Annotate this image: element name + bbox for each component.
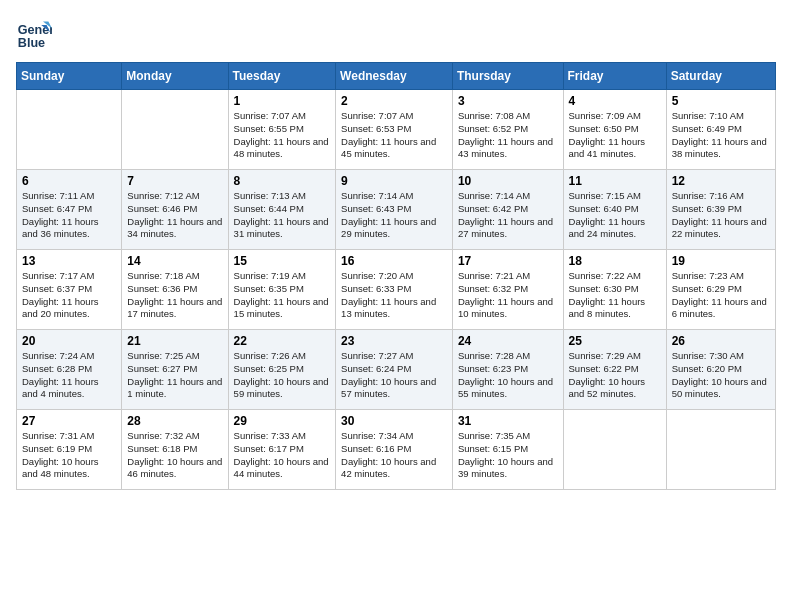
sunset: Sunset: 6:37 PM (22, 283, 92, 294)
cell-content: Sunrise: 7:34 AM Sunset: 6:16 PM Dayligh… (341, 430, 447, 481)
sunrise: Sunrise: 7:11 AM (22, 190, 94, 201)
sunset: Sunset: 6:18 PM (127, 443, 197, 454)
sunrise: Sunrise: 7:09 AM (569, 110, 641, 121)
day-header-wednesday: Wednesday (336, 63, 453, 90)
days-header-row: SundayMondayTuesdayWednesdayThursdayFrid… (17, 63, 776, 90)
calendar-cell: 25 Sunrise: 7:29 AM Sunset: 6:22 PM Dayl… (563, 330, 666, 410)
day-number: 3 (458, 94, 558, 108)
calendar-cell: 29 Sunrise: 7:33 AM Sunset: 6:17 PM Dayl… (228, 410, 336, 490)
calendar-cell: 26 Sunrise: 7:30 AM Sunset: 6:20 PM Dayl… (666, 330, 775, 410)
calendar-cell: 5 Sunrise: 7:10 AM Sunset: 6:49 PM Dayli… (666, 90, 775, 170)
sunset: Sunset: 6:15 PM (458, 443, 528, 454)
daylight: Daylight: 11 hours and 38 minutes. (672, 136, 767, 160)
calendar-cell: 28 Sunrise: 7:32 AM Sunset: 6:18 PM Dayl… (122, 410, 228, 490)
cell-content: Sunrise: 7:09 AM Sunset: 6:50 PM Dayligh… (569, 110, 661, 161)
calendar-cell: 12 Sunrise: 7:16 AM Sunset: 6:39 PM Dayl… (666, 170, 775, 250)
daylight: Daylight: 11 hours and 17 minutes. (127, 296, 222, 320)
sunrise: Sunrise: 7:12 AM (127, 190, 199, 201)
calendar-cell: 24 Sunrise: 7:28 AM Sunset: 6:23 PM Dayl… (452, 330, 563, 410)
day-number: 14 (127, 254, 222, 268)
day-number: 28 (127, 414, 222, 428)
daylight: Daylight: 10 hours and 57 minutes. (341, 376, 436, 400)
calendar-cell: 13 Sunrise: 7:17 AM Sunset: 6:37 PM Dayl… (17, 250, 122, 330)
sunrise: Sunrise: 7:13 AM (234, 190, 306, 201)
sunset: Sunset: 6:32 PM (458, 283, 528, 294)
day-number: 4 (569, 94, 661, 108)
calendar-cell (563, 410, 666, 490)
day-number: 27 (22, 414, 116, 428)
calendar-cell: 18 Sunrise: 7:22 AM Sunset: 6:30 PM Dayl… (563, 250, 666, 330)
daylight: Daylight: 11 hours and 15 minutes. (234, 296, 329, 320)
calendar-cell (666, 410, 775, 490)
sunrise: Sunrise: 7:26 AM (234, 350, 306, 361)
sunrise: Sunrise: 7:07 AM (341, 110, 413, 121)
cell-content: Sunrise: 7:28 AM Sunset: 6:23 PM Dayligh… (458, 350, 558, 401)
cell-content: Sunrise: 7:27 AM Sunset: 6:24 PM Dayligh… (341, 350, 447, 401)
sunset: Sunset: 6:27 PM (127, 363, 197, 374)
daylight: Daylight: 11 hours and 8 minutes. (569, 296, 646, 320)
sunrise: Sunrise: 7:33 AM (234, 430, 306, 441)
sunrise: Sunrise: 7:18 AM (127, 270, 199, 281)
day-number: 2 (341, 94, 447, 108)
sunset: Sunset: 6:47 PM (22, 203, 92, 214)
day-number: 26 (672, 334, 770, 348)
cell-content: Sunrise: 7:23 AM Sunset: 6:29 PM Dayligh… (672, 270, 770, 321)
sunset: Sunset: 6:49 PM (672, 123, 742, 134)
sunrise: Sunrise: 7:10 AM (672, 110, 744, 121)
sunrise: Sunrise: 7:16 AM (672, 190, 744, 201)
week-row-3: 13 Sunrise: 7:17 AM Sunset: 6:37 PM Dayl… (17, 250, 776, 330)
cell-content: Sunrise: 7:35 AM Sunset: 6:15 PM Dayligh… (458, 430, 558, 481)
daylight: Daylight: 10 hours and 50 minutes. (672, 376, 767, 400)
cell-content: Sunrise: 7:25 AM Sunset: 6:27 PM Dayligh… (127, 350, 222, 401)
calendar-cell: 15 Sunrise: 7:19 AM Sunset: 6:35 PM Dayl… (228, 250, 336, 330)
sunset: Sunset: 6:36 PM (127, 283, 197, 294)
calendar-cell: 22 Sunrise: 7:26 AM Sunset: 6:25 PM Dayl… (228, 330, 336, 410)
sunrise: Sunrise: 7:28 AM (458, 350, 530, 361)
sunset: Sunset: 6:33 PM (341, 283, 411, 294)
day-number: 18 (569, 254, 661, 268)
cell-content: Sunrise: 7:18 AM Sunset: 6:36 PM Dayligh… (127, 270, 222, 321)
daylight: Daylight: 10 hours and 59 minutes. (234, 376, 329, 400)
cell-content: Sunrise: 7:11 AM Sunset: 6:47 PM Dayligh… (22, 190, 116, 241)
sunrise: Sunrise: 7:17 AM (22, 270, 94, 281)
cell-content: Sunrise: 7:12 AM Sunset: 6:46 PM Dayligh… (127, 190, 222, 241)
sunset: Sunset: 6:39 PM (672, 203, 742, 214)
daylight: Daylight: 11 hours and 6 minutes. (672, 296, 767, 320)
day-header-saturday: Saturday (666, 63, 775, 90)
cell-content: Sunrise: 7:31 AM Sunset: 6:19 PM Dayligh… (22, 430, 116, 481)
sunrise: Sunrise: 7:21 AM (458, 270, 530, 281)
sunrise: Sunrise: 7:14 AM (341, 190, 413, 201)
calendar-cell: 8 Sunrise: 7:13 AM Sunset: 6:44 PM Dayli… (228, 170, 336, 250)
sunset: Sunset: 6:40 PM (569, 203, 639, 214)
cell-content: Sunrise: 7:08 AM Sunset: 6:52 PM Dayligh… (458, 110, 558, 161)
sunrise: Sunrise: 7:14 AM (458, 190, 530, 201)
cell-content: Sunrise: 7:17 AM Sunset: 6:37 PM Dayligh… (22, 270, 116, 321)
calendar-cell: 23 Sunrise: 7:27 AM Sunset: 6:24 PM Dayl… (336, 330, 453, 410)
day-header-tuesday: Tuesday (228, 63, 336, 90)
daylight: Daylight: 11 hours and 43 minutes. (458, 136, 553, 160)
day-number: 1 (234, 94, 331, 108)
daylight: Daylight: 11 hours and 27 minutes. (458, 216, 553, 240)
calendar-cell: 11 Sunrise: 7:15 AM Sunset: 6:40 PM Dayl… (563, 170, 666, 250)
day-header-thursday: Thursday (452, 63, 563, 90)
calendar-cell: 16 Sunrise: 7:20 AM Sunset: 6:33 PM Dayl… (336, 250, 453, 330)
sunset: Sunset: 6:24 PM (341, 363, 411, 374)
day-number: 20 (22, 334, 116, 348)
day-number: 22 (234, 334, 331, 348)
calendar-cell: 31 Sunrise: 7:35 AM Sunset: 6:15 PM Dayl… (452, 410, 563, 490)
sunrise: Sunrise: 7:15 AM (569, 190, 641, 201)
day-number: 17 (458, 254, 558, 268)
daylight: Daylight: 11 hours and 24 minutes. (569, 216, 646, 240)
sunrise: Sunrise: 7:20 AM (341, 270, 413, 281)
sunrise: Sunrise: 7:22 AM (569, 270, 641, 281)
day-header-friday: Friday (563, 63, 666, 90)
day-number: 11 (569, 174, 661, 188)
daylight: Daylight: 10 hours and 42 minutes. (341, 456, 436, 480)
day-number: 12 (672, 174, 770, 188)
calendar-cell: 30 Sunrise: 7:34 AM Sunset: 6:16 PM Dayl… (336, 410, 453, 490)
daylight: Daylight: 11 hours and 48 minutes. (234, 136, 329, 160)
sunset: Sunset: 6:55 PM (234, 123, 304, 134)
calendar-cell: 20 Sunrise: 7:24 AM Sunset: 6:28 PM Dayl… (17, 330, 122, 410)
daylight: Daylight: 11 hours and 4 minutes. (22, 376, 99, 400)
sunrise: Sunrise: 7:24 AM (22, 350, 94, 361)
